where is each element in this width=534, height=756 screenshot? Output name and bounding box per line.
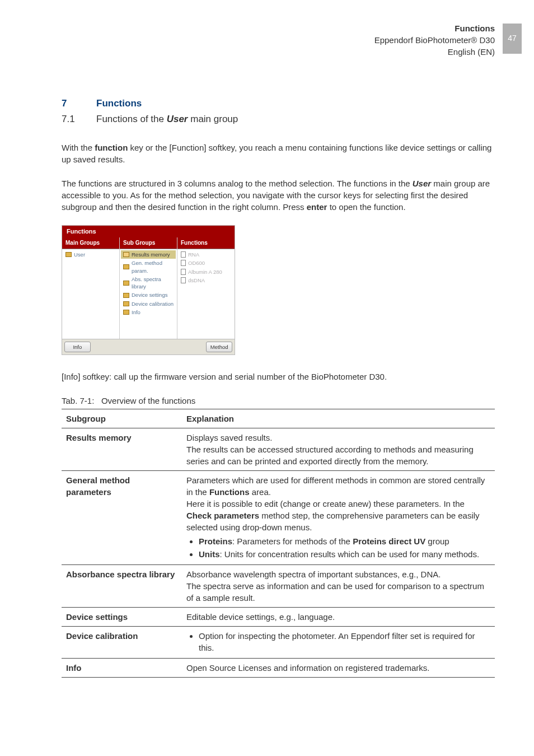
list-item[interactable]: Info (121, 308, 176, 316)
text: group (425, 536, 449, 546)
cell-subgroup: Results memory (62, 428, 182, 471)
list-item[interactable]: User (63, 250, 118, 259)
text: The results can be accessed structured a… (186, 445, 474, 466)
subsection-title-italic: User (167, 114, 188, 124)
softkey-info[interactable]: Info (64, 342, 91, 352)
text: With the (62, 143, 95, 152)
screen-col-main-groups: Main Groups User (62, 237, 120, 339)
text: Here it is possible to edit (change or c… (186, 499, 465, 508)
item-label: Gen. method param. (132, 259, 174, 274)
list-item[interactable]: Device calibration (121, 300, 176, 308)
item-label: dsDNA (188, 277, 205, 284)
bold-text: Proteins (199, 536, 232, 546)
paragraph-intro-1: With the function key or the [Function] … (62, 142, 495, 165)
bullet-item: Units: Units for concentration results w… (199, 548, 490, 560)
table-row: General method parameters Parameters whi… (62, 471, 495, 565)
list-item[interactable]: RNA (179, 250, 233, 259)
page-number-badge: 47 (503, 24, 522, 54)
subsection-heading: 7.1 Functions of the User main group (62, 113, 495, 126)
item-label: Info (132, 309, 140, 316)
folder-icon (123, 281, 129, 286)
text: : Parameters for methods of the (232, 536, 353, 546)
col-header-explanation: Explanation (182, 409, 495, 428)
italic-text: User (413, 179, 431, 188)
section-number: 7 (62, 97, 96, 110)
cell-subgroup: Device calibration (62, 627, 182, 659)
table-header-row: Subgroup Explanation (62, 409, 495, 428)
item-label: Device calibration (132, 300, 174, 307)
bold-text: Units (199, 549, 220, 559)
folder-icon (65, 252, 72, 257)
cell-subgroup: Info (62, 659, 182, 678)
list-item[interactable]: OD600 (179, 259, 233, 267)
header-title: Functions (62, 22, 495, 34)
column-header: Main Groups (62, 237, 119, 249)
functions-overview-table: Subgroup Explanation Results memory Disp… (62, 409, 495, 678)
bold-text: enter (307, 202, 327, 212)
bold-text: Check parameters (186, 511, 259, 520)
bold-text: function (95, 143, 128, 152)
bullet-item: Option for inspecting the photometer. An… (199, 630, 490, 654)
subsection-title: Functions of the User main group (96, 113, 238, 126)
table-row: Device calibration Option for inspecting… (62, 627, 495, 659)
text: Displays saved results. (186, 433, 272, 442)
table-row: Device settings Editable device settings… (62, 608, 495, 627)
caption-number: Tab. 7-1: (62, 396, 94, 405)
folder-icon (123, 293, 129, 298)
header-lang: English (EN) (62, 46, 495, 58)
item-label: Results memory (132, 251, 170, 258)
item-label: RNA (188, 251, 199, 258)
list-item[interactable]: Abs. spectra library (121, 275, 176, 291)
col-header-subgroup: Subgroup (62, 409, 182, 428)
cell-subgroup: Absorbance spectra library (62, 565, 182, 608)
text: to open the function. (327, 202, 405, 212)
cell-explanation: Editable device settings, e.g., language… (182, 608, 495, 627)
header-product: Eppendorf BioPhotometer® D30 (62, 34, 495, 46)
list-item[interactable]: dsDNA (179, 276, 233, 284)
paragraph-intro-2: The functions are structured in 3 column… (62, 178, 495, 213)
list-item[interactable]: Device settings (121, 291, 176, 299)
cell-explanation: Option for inspecting the photometer. An… (182, 627, 495, 659)
paragraph-info-softkey: [Info] softkey: call up the firmware ver… (62, 371, 495, 382)
cell-explanation: Displays saved results. The results can … (182, 428, 495, 471)
table-caption: Tab. 7-1: Overview of the functions (62, 395, 495, 407)
file-icon (181, 251, 186, 258)
text: Absorbance wavelength spectra of importa… (186, 570, 441, 579)
item-label: Device settings (132, 291, 167, 298)
subsection-number: 7.1 (62, 113, 96, 126)
bold-text: Functions (209, 487, 250, 497)
screen-titlebar: Functions (62, 226, 235, 237)
item-label: Abs. spectra library (132, 276, 174, 291)
folder-icon (123, 310, 129, 315)
device-screenshot: Functions Main Groups User Sub Groups Re… (62, 225, 235, 356)
list-item[interactable]: Results memory (121, 250, 176, 259)
folder-icon (123, 301, 129, 306)
section-heading: 7 Functions (62, 97, 495, 110)
list-item[interactable]: Gen. method param. (121, 259, 176, 275)
cell-explanation: Open Source Licenses and information on … (182, 659, 495, 678)
file-icon (181, 269, 186, 275)
cell-explanation: Absorbance wavelength spectra of importa… (182, 565, 495, 608)
softkey-method[interactable]: Method (206, 342, 232, 352)
text: : Units for concentration results which … (220, 549, 480, 559)
screen-col-sub-groups: Sub Groups Results memory Gen. method pa… (120, 237, 177, 339)
column-header: Sub Groups (120, 237, 177, 249)
text: The spectra serve as information and can… (186, 581, 484, 603)
text: The functions are structured in 3 column… (62, 179, 413, 188)
table-row: Info Open Source Licenses and informatio… (62, 659, 495, 678)
column-header: Functions (177, 237, 235, 249)
item-label: OD600 (188, 259, 205, 267)
screen-col-functions: Functions RNA OD600 Albumin A 280 dsDNA (177, 237, 235, 339)
cell-explanation: Parameters which are used for different … (182, 471, 495, 565)
folder-icon (123, 264, 129, 269)
section-title: Functions (96, 97, 142, 110)
bold-text: Proteins direct UV (353, 536, 425, 546)
bullet-item: Proteins: Parameters for methods of the … (199, 535, 490, 547)
item-label: User (74, 251, 85, 258)
file-icon (181, 260, 186, 266)
text: area. (250, 487, 271, 497)
subsection-title-post: main group (188, 114, 238, 124)
file-icon (181, 277, 186, 283)
item-label: Albumin A 280 (188, 268, 222, 276)
list-item[interactable]: Albumin A 280 (179, 268, 233, 276)
